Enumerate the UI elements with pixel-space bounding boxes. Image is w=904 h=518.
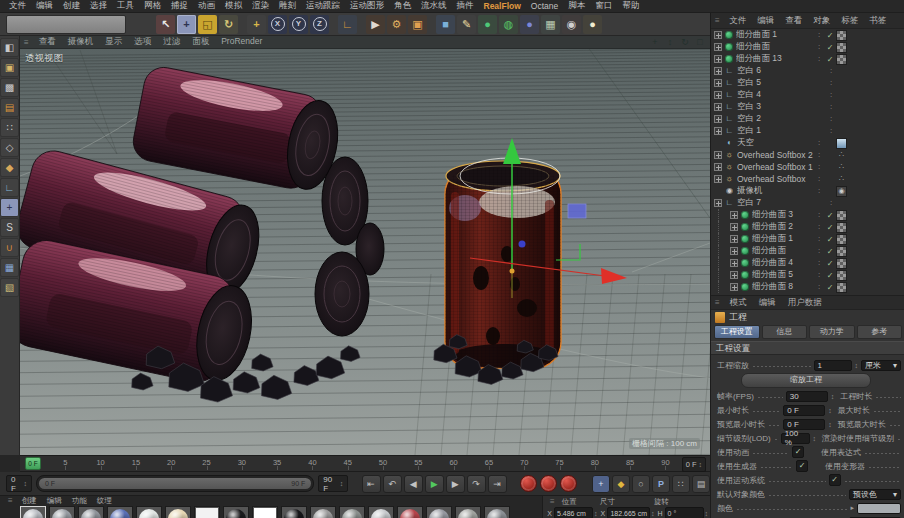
expand-toggle-icon[interactable] <box>714 91 722 99</box>
toolbar-spline-pen-menu[interactable]: ✎ <box>457 15 476 34</box>
spinner-icon[interactable]: ↕ <box>828 407 832 414</box>
object-manager-row[interactable]: ∟空白 1: <box>711 125 847 137</box>
viewport-menu-item[interactable]: 过滤 <box>157 36 186 48</box>
visibility-toggle-dots[interactable]: : <box>825 67 837 75</box>
spinner-icon[interactable]: ↕ <box>651 510 655 517</box>
object-manager-row[interactable]: 细分曲面 4:✓ <box>711 257 847 269</box>
object-manager-row[interactable]: 细分曲面:✓ <box>711 245 847 257</box>
attribute-input[interactable]: 100 % <box>781 433 810 444</box>
menubar-item[interactable]: 捕捉 <box>166 0 193 12</box>
object-manager-row[interactable]: ◉摄像机:◉ <box>711 185 847 197</box>
expand-toggle-icon[interactable] <box>714 103 722 111</box>
expand-toggle-icon[interactable] <box>730 211 738 219</box>
enabled-checkmark[interactable]: ✓ <box>825 211 835 220</box>
tag-texture-thumbnail[interactable] <box>836 210 847 221</box>
menubar-item[interactable]: 渲染 <box>247 0 274 12</box>
viewport-zoom-view-icon[interactable]: ↕ <box>664 37 676 47</box>
attribute-mode-tab[interactable]: 编辑 <box>753 297 782 309</box>
object-manager-row[interactable]: 细分曲面 5:✓ <box>711 269 847 281</box>
tag-texture-thumbnail[interactable] <box>836 42 847 53</box>
attribute-mode-tab[interactable]: 用户数据 <box>782 297 828 309</box>
object-manager-row[interactable]: ∟空白 3: <box>711 101 847 113</box>
expand-toggle-icon[interactable] <box>730 283 738 291</box>
expand-toggle-icon[interactable] <box>730 223 738 231</box>
enabled-checkmark[interactable]: ✓ <box>825 31 835 40</box>
unit-dropdown[interactable]: 厘米▾ <box>861 360 901 371</box>
toolbar-coordinate-system-toggle[interactable]: ∟ <box>338 15 357 34</box>
visibility-toggle-dots[interactable]: : <box>813 175 825 183</box>
expand-toggle-icon[interactable] <box>714 175 722 183</box>
object-manager-row[interactable]: ☼Overhead Softbox 2:∴ <box>711 149 847 161</box>
viewport-menu-item[interactable]: 面板 <box>186 36 215 48</box>
visibility-toggle-dots[interactable]: : <box>825 127 837 135</box>
leftbar-magnet-snap-button[interactable]: ∪ <box>0 238 19 257</box>
spinner-icon[interactable]: ↕ <box>831 393 835 400</box>
object-manager-row[interactable]: 细分曲面:✓ <box>711 41 847 53</box>
coordinate-input[interactable]: 182.665 cm <box>607 507 650 518</box>
spinner-icon[interactable]: ↕ <box>594 510 598 517</box>
object-manager-menu-item[interactable]: 编辑 <box>752 15 780 27</box>
attribute-dropdown[interactable]: 预设色▾ <box>849 489 901 500</box>
keyframe-rotation-toggle[interactable]: ○ <box>632 475 650 493</box>
material-thumbnail[interactable] <box>49 506 75 518</box>
visibility-toggle-dots[interactable]: : <box>825 91 837 99</box>
expand-toggle-icon[interactable] <box>714 163 722 171</box>
toolbar-y-axis-lock[interactable]: Y <box>289 15 308 34</box>
visibility-toggle-dots[interactable]: : <box>825 79 837 87</box>
menubar-item[interactable]: 网格 <box>139 0 166 12</box>
object-manager-row[interactable]: 细分曲面 13:✓ <box>711 53 847 65</box>
material-menu-item[interactable]: 纹理 <box>92 496 117 506</box>
range-end-field[interactable]: 90 F ↕ <box>318 475 348 492</box>
menubar-item[interactable]: 文件 <box>4 0 31 12</box>
menubar-item[interactable]: 运动图形 <box>345 0 389 12</box>
object-manager-menu-item[interactable]: 对象 <box>808 15 836 27</box>
expand-toggle-icon[interactable] <box>714 115 722 123</box>
material-thumbnail[interactable] <box>78 506 104 518</box>
material-thumbnail[interactable] <box>339 506 365 518</box>
record-options-button[interactable] <box>560 475 577 492</box>
object-manager-row[interactable]: 细分曲面 1:✓ <box>711 29 847 41</box>
current-frame-field[interactable]: 0 F ↕ <box>6 475 32 492</box>
leftbar-snap-toggle-button[interactable]: S <box>0 218 19 237</box>
object-manager-row[interactable]: ☼Overhead Softbox 1:∴ <box>711 161 847 173</box>
spinner-icon[interactable]: ↕ <box>705 510 709 517</box>
menubar-item[interactable]: 流水线 <box>416 0 452 12</box>
previous-key-button[interactable]: ↶ <box>383 475 402 493</box>
menubar-item[interactable]: 选择 <box>85 0 112 12</box>
object-manager-row[interactable]: 细分曲面 3:✓ <box>711 209 847 221</box>
viewport-menu-item[interactable]: ProRender <box>215 36 268 48</box>
color-swatch[interactable] <box>857 503 901 514</box>
viewport-menu-item[interactable]: 选项 <box>128 36 157 48</box>
next-key-button[interactable]: ↷ <box>467 475 486 493</box>
menubar-item[interactable]: 运动跟踪 <box>301 0 345 12</box>
material-thumbnail[interactable] <box>194 506 220 518</box>
visibility-toggle-dots[interactable]: : <box>813 235 825 243</box>
visibility-toggle-dots[interactable]: : <box>813 151 825 159</box>
menubar-item[interactable]: 窗口 <box>590 0 617 12</box>
material-thumbnail[interactable] <box>136 506 162 518</box>
attribute-mode-tab[interactable]: 模式 <box>724 297 753 309</box>
timeline-ruler[interactable]: 0 F 51015202530354045505560657075808590 … <box>20 455 710 472</box>
enabled-checkmark[interactable]: ✓ <box>825 247 835 256</box>
tag-texture-thumbnail[interactable] <box>836 234 847 245</box>
expand-toggle-icon[interactable] <box>714 127 722 135</box>
material-menu-item[interactable]: 编辑 <box>42 496 67 506</box>
visibility-toggle-dots[interactable]: : <box>825 115 837 123</box>
toolbar-live-selection-tool[interactable]: ↖ <box>156 15 175 34</box>
expand-toggle-icon[interactable] <box>714 79 722 87</box>
checkbox[interactable]: ✓ <box>792 446 804 458</box>
visibility-toggle-dots[interactable]: : <box>813 163 825 171</box>
play-button[interactable]: ▶ <box>425 475 444 493</box>
material-menu-item[interactable]: 创建 <box>17 496 42 506</box>
leftbar-make-editable-button[interactable]: ◧ <box>0 38 19 57</box>
object-manager-row[interactable]: 细分曲面 1:✓ <box>711 233 847 245</box>
expand-toggle-icon[interactable] <box>730 259 738 267</box>
visibility-toggle-dots[interactable]: : <box>813 271 825 279</box>
expand-toggle-icon[interactable] <box>714 67 722 75</box>
previous-frame-button[interactable]: ◀ <box>404 475 423 493</box>
tag-expression-tag-icon[interactable]: ∴ <box>836 162 847 173</box>
preview-range-slider[interactable]: 0 F 90 F <box>36 475 314 492</box>
toolbar-floor-menu[interactable]: ▦ <box>541 15 560 34</box>
goto-end-button[interactable]: ⇥ <box>488 475 507 493</box>
material-thumbnail[interactable] <box>281 506 307 518</box>
